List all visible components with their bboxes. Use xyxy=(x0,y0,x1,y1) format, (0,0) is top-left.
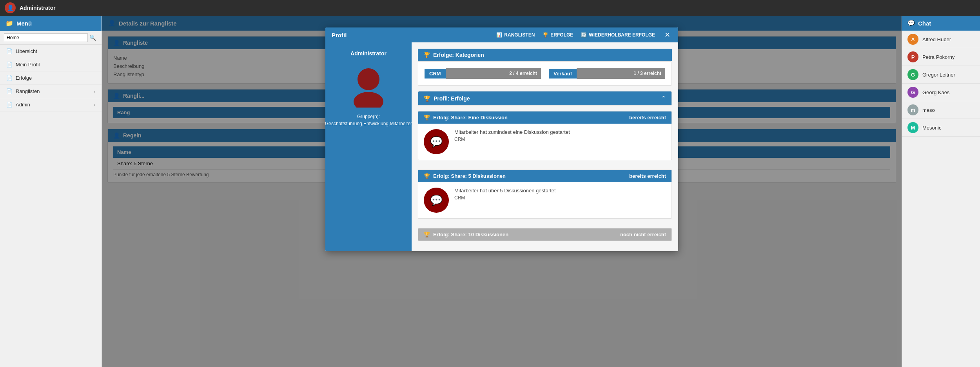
wiederholbare-tab-label: WIEDERHOLBARE ERFOLGE xyxy=(589,32,655,38)
nav-label-mein-profil: Mein Profil xyxy=(16,62,40,68)
profil-erfolge-title: Profil: Erfolge xyxy=(434,95,470,102)
modal-close-button[interactable]: ✕ xyxy=(663,31,672,38)
chat-header: 💬 Chat xyxy=(902,16,980,31)
chat-user-georg[interactable]: G Georg Kaes xyxy=(902,84,980,101)
top-bar-username: Administrator xyxy=(20,5,56,11)
sidebar-item-erfolge[interactable]: 📄 Erfolge xyxy=(0,71,102,85)
main-content: 👤 Details zur Rangliste 👤 Rangliste Name… xyxy=(102,16,902,367)
achievement-card-2-header: 🏆 Erfolg: Share: 5 Diskussionen bereits … xyxy=(418,170,671,182)
sidebar: 📁 Menü 🔍 📄 Übersicht 📄 Mein Profil 📄 Erf… xyxy=(0,16,102,367)
username-alfred: Alfred Huber xyxy=(922,37,951,42)
sidebar-nav: 📄 Übersicht 📄 Mein Profil 📄 Erfolge 📄 Ra… xyxy=(0,45,102,367)
avatar-meso: m xyxy=(907,104,918,115)
nav-icon-erfolge: 📄 xyxy=(6,75,13,81)
achievement-3-status: noch nicht erreicht xyxy=(620,232,666,237)
nav-icon-mein-profil: 📄 xyxy=(6,62,13,68)
avatar-svg xyxy=(347,64,390,108)
profile-avatar-large xyxy=(347,64,390,108)
achievement-2-desc: Mitarbeiter hat über 5 Diskussionen gest… xyxy=(454,188,666,201)
modal-profile-name: Administrator xyxy=(350,50,387,57)
erfolge-tab-label: ERFOLGE xyxy=(550,32,573,38)
crm-label: CRM xyxy=(425,69,446,79)
nav-label-ranglisten: Ranglisten xyxy=(16,88,40,94)
nav-label-erfolge: Erfolge xyxy=(16,75,32,81)
modal-tab-wiederholbare[interactable]: 🔄 WIEDERHOLBARE ERFOLGE xyxy=(581,32,655,38)
wiederholbare-tab-icon: 🔄 xyxy=(581,32,587,38)
modal-left-panel: Administrator Gruppe(n): Geschäftsführun… xyxy=(325,42,412,251)
right-panel: 💬 Chat A Alfred Huber P Petra Pokorny G … xyxy=(902,16,980,367)
verkauf-label: Verkauf xyxy=(549,69,577,79)
avatar-georg: G xyxy=(907,87,918,98)
category-crm: CRM 2 / 4 erreicht xyxy=(425,68,541,79)
sidebar-item-ubersicht[interactable]: 📄 Übersicht xyxy=(0,45,102,58)
achievement-card-1-title-area: 🏆 Erfolg: Share: Eine Diskussion xyxy=(424,115,508,121)
modal-tab-ranglisten[interactable]: 📊 RANGLISTEN xyxy=(496,32,535,38)
modal-header: Profil 📊 RANGLISTEN 🏆 ERFOLGE 🔄 WIEDE xyxy=(325,27,678,42)
achievement-card-1: 🏆 Erfolg: Share: Eine Diskussion bereits… xyxy=(418,111,672,160)
sidebar-title: Menü xyxy=(16,20,32,27)
username-petra: Petra Pokorny xyxy=(922,54,955,60)
chat-user-mesonic[interactable]: M Mesonic xyxy=(902,119,980,137)
achievement-2-trophy-icon: 🏆 xyxy=(424,173,430,179)
groups-label: Gruppe(n): xyxy=(357,114,380,119)
profil-erfolge-collapse-btn[interactable]: ⌃ xyxy=(661,95,666,102)
search-button[interactable]: 🔍 xyxy=(88,34,98,42)
svg-point-1 xyxy=(354,92,383,108)
modal: Profil 📊 RANGLISTEN 🏆 ERFOLGE 🔄 WIEDE xyxy=(325,27,678,251)
chat-user-meso[interactable]: m meso xyxy=(902,101,980,119)
achievement-card-2: 🏆 Erfolg: Share: 5 Diskussionen bereits … xyxy=(418,170,672,219)
modal-title: Profil xyxy=(332,32,347,38)
achievement-2-desc-text: Mitarbeiter hat über 5 Diskussionen gest… xyxy=(454,188,666,194)
avatar-gregor: G xyxy=(907,69,918,80)
achievement-3-title: Erfolg: Share: 10 Diskussionen xyxy=(433,232,508,237)
user-avatar-icon: 👤 xyxy=(5,2,16,13)
chat-bubble-icon-1: 💬 xyxy=(430,136,443,148)
profile-group: Gruppe(n): Geschäftsführung,Entwicklung,… xyxy=(325,113,412,127)
nav-icon-ranglisten: 📄 xyxy=(6,88,13,94)
categories-section: CRM 2 / 4 erreicht Verkauf 1 / 3 e xyxy=(418,61,672,86)
achievement-1-trophy-icon: 🏆 xyxy=(424,115,430,121)
modal-overlay: Profil 📊 RANGLISTEN 🏆 ERFOLGE 🔄 WIEDE xyxy=(102,16,902,367)
sidebar-item-ranglisten[interactable]: 📄 Ranglisten › xyxy=(0,85,102,98)
chat-title: Chat xyxy=(918,20,931,27)
avatar-alfred: A xyxy=(907,34,918,45)
sidebar-item-mein-profil[interactable]: 📄 Mein Profil xyxy=(0,58,102,71)
crm-progress: 2 / 4 erreicht xyxy=(509,71,537,76)
achievement-card-3: 🏆 Erfolg: Share: 10 Diskussionen noch ni… xyxy=(418,228,672,241)
profil-erfolge-trophy-icon: 🏆 xyxy=(424,95,430,102)
avatar-mesonic: M xyxy=(907,122,918,133)
chevron-right-icon-ranglisten: › xyxy=(94,89,95,94)
achievement-1-category: CRM xyxy=(454,137,666,142)
search-input[interactable] xyxy=(4,33,88,42)
category-verkauf: Verkauf 1 / 3 erreicht xyxy=(549,68,665,79)
achievement-2-title: Erfolg: Share: 5 Diskussionen xyxy=(433,173,506,179)
username-mesonic: Mesonic xyxy=(922,125,941,131)
ranglisten-tab-icon: 📊 xyxy=(496,32,502,38)
nav-label-ubersicht: Übersicht xyxy=(16,48,37,54)
sidebar-search-row: 🔍 xyxy=(0,31,102,45)
folder-icon: 📁 xyxy=(5,20,13,27)
achievement-1-icon: 💬 xyxy=(424,129,449,154)
chat-user-gregor[interactable]: G Gregor Leitner xyxy=(902,66,980,84)
username-georg: Georg Kaes xyxy=(922,89,949,95)
nav-icon-admin: 📄 xyxy=(6,102,13,108)
achievement-card-1-body: 💬 Mitarbeiter hat zumindest eine Diskuss… xyxy=(418,124,671,160)
erfolge-tab-icon: 🏆 xyxy=(543,32,548,38)
modal-tabs: 📊 RANGLISTEN 🏆 ERFOLGE 🔄 WIEDERHOLBARE E… xyxy=(496,31,672,38)
achievement-1-title: Erfolg: Share: Eine Diskussion xyxy=(433,115,508,121)
modal-body: Administrator Gruppe(n): Geschäftsführun… xyxy=(325,42,678,251)
modal-tab-erfolge[interactable]: 🏆 ERFOLGE xyxy=(543,32,573,38)
groups-value: Geschäftsführung,Entwicklung,Mitarbeiter xyxy=(325,121,412,126)
chat-user-alfred[interactable]: A Alfred Huber xyxy=(902,31,980,48)
achievement-card-2-body: 💬 Mitarbeiter hat über 5 Diskussionen ge… xyxy=(418,182,671,218)
sidebar-header: 📁 Menü xyxy=(0,16,102,31)
sidebar-item-admin[interactable]: 📄 Admin › xyxy=(0,98,102,111)
achievement-2-category: CRM xyxy=(454,195,666,201)
achievement-1-desc-text: Mitarbeiter hat zumindest eine Diskussio… xyxy=(454,129,666,135)
profil-erfolge-section: 🏆 Profil: Erfolge ⌃ xyxy=(418,91,672,106)
verkauf-progress: 1 / 3 erreicht xyxy=(633,71,661,76)
verkauf-bar: 1 / 3 erreicht xyxy=(577,68,665,79)
chat-user-petra[interactable]: P Petra Pokorny xyxy=(902,48,980,66)
erfolge-kategorien-section: 🏆 Erfolge: Kategorien CRM 2 / 4 erreicht xyxy=(418,49,672,86)
profil-erfolge-header: 🏆 Profil: Erfolge ⌃ xyxy=(418,91,671,105)
